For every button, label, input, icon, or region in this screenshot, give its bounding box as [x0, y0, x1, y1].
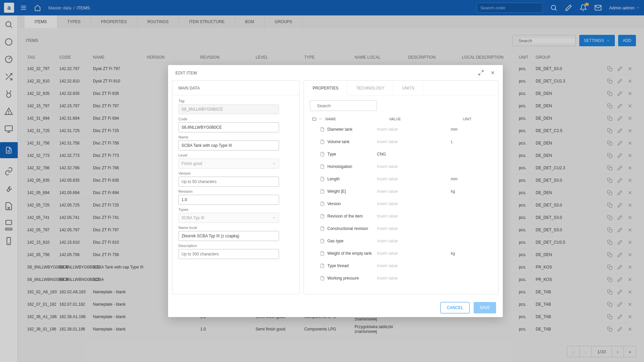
property-row[interactable]: Revision of the itemInsert value — [310, 210, 496, 222]
property-row[interactable]: Weight of the empty tankInsert valuekg — [310, 247, 496, 259]
modal-tab-properties[interactable]: PROPERTIES — [304, 81, 347, 96]
property-row[interactable]: HomologationInsert value — [310, 160, 496, 173]
close-icon[interactable] — [490, 70, 495, 75]
file-icon — [320, 177, 325, 181]
file-icon — [320, 214, 325, 219]
file-icon — [320, 189, 325, 194]
svg-line-94 — [482, 70, 483, 72]
property-row[interactable]: Type threadInsert value — [310, 259, 496, 272]
save-button[interactable]: SAVE — [474, 302, 496, 313]
property-row[interactable]: Volume tankInsert valueL — [310, 135, 496, 148]
version-field[interactable] — [178, 177, 279, 187]
properties-search-input[interactable] — [317, 103, 373, 108]
level-select[interactable]: Finish good — [178, 159, 279, 169]
property-row[interactable]: Gas typeInsert value — [310, 235, 496, 247]
property-row[interactable]: Constructional revisionInsert value — [310, 222, 496, 235]
file-icon — [320, 164, 325, 169]
property-row[interactable]: Weight [E]Insert valuekg — [310, 185, 496, 197]
file-icon — [320, 263, 325, 268]
modal-title: EDIT ITEM — [175, 70, 197, 75]
code-field[interactable] — [178, 122, 279, 132]
modal-tab-units[interactable]: UNITS — [393, 81, 423, 96]
svg-point-98 — [314, 105, 314, 106]
modal-overlay: EDIT ITEM MAIN DATA Tag Code Name LevelF… — [0, 0, 644, 362]
folder-toggle[interactable] — [310, 115, 322, 123]
cancel-button[interactable]: CANCEL — [440, 302, 470, 313]
description-field[interactable] — [178, 249, 279, 259]
properties-search[interactable] — [310, 100, 377, 111]
file-icon — [320, 276, 325, 281]
file-icon — [320, 127, 325, 132]
property-row[interactable]: LengthInsert valuemm — [310, 173, 496, 185]
svg-line-95 — [479, 73, 480, 75]
name-field[interactable] — [178, 140, 279, 150]
file-icon — [320, 201, 325, 206]
modal-tab-technology[interactable]: TECHNOLOGY — [347, 81, 393, 96]
property-row[interactable]: TypeCNG — [310, 148, 496, 160]
expand-icon[interactable] — [478, 70, 484, 76]
main-data-header: MAIN DATA — [172, 81, 299, 96]
file-icon — [320, 226, 325, 231]
property-row[interactable]: Diameter tankInsert valuemm — [310, 123, 496, 135]
file-icon — [320, 239, 325, 243]
file-icon — [320, 251, 325, 256]
property-row[interactable]: VersionInsert value — [310, 197, 496, 210]
property-row[interactable]: Working pressureInsert value — [310, 272, 496, 284]
file-icon — [320, 139, 325, 144]
types-select[interactable]: SCBA Typ III — [178, 213, 279, 223]
edit-item-modal: EDIT ITEM MAIN DATA Tag Code Name LevelF… — [168, 65, 503, 317]
tag-field — [178, 104, 279, 114]
name-local-field[interactable] — [178, 231, 279, 241]
revision-field[interactable] — [178, 195, 279, 205]
file-icon — [320, 152, 325, 157]
